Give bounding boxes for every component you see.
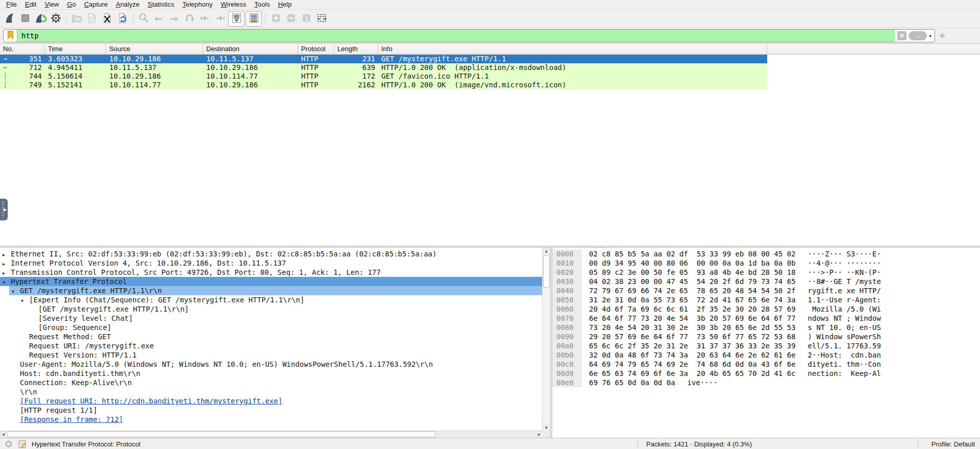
colorize-packets-button[interactable] bbox=[246, 11, 262, 27]
scroll-left-icon[interactable]: ◀ bbox=[0, 431, 7, 437]
display-filter-input[interactable] bbox=[17, 32, 895, 40]
hex-row-0060[interactable]: 006020 4d 6f 7a 69 6c 6c 61 2f 35 2e 30 … bbox=[552, 304, 980, 314]
expand-arrow-icon[interactable]: ▸ bbox=[3, 250, 11, 258]
auto-scroll-button[interactable] bbox=[228, 11, 244, 27]
packet-row-749[interactable]: ┆7495.15214110.10.114.7710.10.29.186HTTP… bbox=[0, 81, 767, 89]
hex-ascii[interactable]: ) Window sPowerSh bbox=[808, 332, 881, 341]
hex-bytes[interactable]: 20 4d 6f 7a 69 6c 6c 61 2f 35 2e 30 20 2… bbox=[589, 304, 796, 314]
detail-line[interactable]: ▸Internet Protocol Version 4, Src: 10.10… bbox=[0, 258, 543, 268]
hex-bytes[interactable]: 69 76 65 0d 0a 0d 0a bbox=[589, 378, 675, 387]
detail-line[interactable]: [Severity level: Chat] bbox=[0, 314, 543, 323]
column-header-source[interactable]: Source bbox=[106, 44, 203, 54]
detail-line[interactable]: [Response in frame: 712] bbox=[0, 415, 543, 424]
hex-bytes[interactable]: 00 d9 34 95 40 00 80 06 00 00 0a 0a 1d b… bbox=[589, 258, 796, 268]
menu-file[interactable]: File bbox=[2, 0, 21, 9]
collapse-arrow-icon[interactable]: ▾ bbox=[12, 287, 20, 295]
hex-row-00b0[interactable]: 00b032 0d 0a 48 6f 73 74 3a 20 63 64 6e … bbox=[552, 350, 980, 360]
menu-help[interactable]: Help bbox=[274, 0, 296, 9]
capture-comment-icon[interactable] bbox=[18, 440, 27, 449]
hex-bytes[interactable]: 32 0d 0a 48 6f 73 74 3a 20 63 64 6e 2e 6… bbox=[589, 350, 796, 360]
hex-ascii[interactable]: ive···· bbox=[688, 378, 718, 387]
hex-row-0030[interactable]: 003004 02 38 23 00 00 47 45 54 20 2f 6d … bbox=[552, 277, 980, 286]
hex-row-0050[interactable]: 005031 2e 31 0d 0a 55 73 65 72 2d 41 67 … bbox=[552, 295, 980, 304]
menu-edit[interactable]: Edit bbox=[21, 0, 40, 9]
detail-line[interactable]: ▾Hypertext Transfer Protocol bbox=[0, 277, 543, 286]
expand-arrow-icon[interactable]: ▸ bbox=[3, 259, 11, 268]
collapse-arrow-icon[interactable]: ▾ bbox=[3, 278, 11, 286]
column-header-protocol[interactable]: Protocol bbox=[298, 44, 334, 54]
detail-line[interactable]: ▾GET /mysterygift.exe HTTP/1.1\r\n bbox=[9, 286, 543, 295]
hex-ascii[interactable]: ndows NT ; Window bbox=[808, 314, 881, 323]
column-header-destination[interactable]: Destination bbox=[203, 44, 298, 54]
column-header-info[interactable]: Info bbox=[378, 44, 767, 54]
hex-ascii[interactable]: s NT 10. 0; en-US bbox=[808, 323, 881, 332]
hex-row-0010[interactable]: 001000 d9 34 95 40 00 80 06 00 00 0a 0a … bbox=[552, 258, 980, 268]
hex-ascii[interactable]: ····Z··· S3····E· bbox=[808, 249, 881, 258]
expand-arrow-icon[interactable]: ▸ bbox=[3, 269, 11, 277]
hex-ascii[interactable]: ell/5.1. 17763.59 bbox=[808, 341, 881, 350]
scroll-down-icon[interactable]: ▼ bbox=[543, 424, 550, 431]
menu-telephony[interactable]: Telephony bbox=[178, 0, 216, 9]
hex-bytes[interactable]: 6e 65 63 74 69 6f 6e 3a 20 4b 65 65 70 2… bbox=[589, 369, 796, 378]
hex-bytes[interactable]: 65 6c 6c 2f 35 2e 31 2e 31 37 37 36 33 2… bbox=[589, 341, 796, 350]
detail-line[interactable]: ▸Transmission Control Protocol, Src Port… bbox=[0, 268, 543, 277]
hex-ascii[interactable]: rygift.e xe HTTP/ bbox=[808, 286, 881, 295]
packet-row-712[interactable]: ←7124.94541110.11.5.13710.10.29.186HTTP6… bbox=[0, 63, 767, 72]
column-header-length[interactable]: Length bbox=[334, 44, 378, 54]
menu-statistics[interactable]: Statistics bbox=[143, 0, 178, 9]
hex-row-0020[interactable]: 002005 89 c2 3e 00 50 fe 05 93 a8 4b 4e … bbox=[552, 268, 980, 277]
detail-line[interactable]: User-Agent: Mozilla/5.0 (Windows NT; Win… bbox=[0, 360, 543, 369]
menu-capture[interactable]: Capture bbox=[80, 0, 112, 9]
detail-link[interactable]: [Full request URI: http://cdn.bandityeti… bbox=[20, 397, 282, 405]
detail-line[interactable]: [GET /mysterygift.exe HTTP/1.1\r\n] bbox=[0, 304, 543, 314]
detail-line[interactable]: Request Version: HTTP/1.1 bbox=[0, 350, 543, 360]
hex-bytes[interactable]: 05 89 c2 3e 00 50 fe 05 93 a8 4b 4e bd 2… bbox=[589, 268, 796, 277]
hex-bytes[interactable]: 72 79 67 69 66 74 2e 65 78 65 20 48 54 5… bbox=[589, 286, 796, 295]
clear-filter-button[interactable]: ✕ bbox=[897, 31, 906, 40]
hex-bytes[interactable]: 6e 64 6f 77 73 20 4e 54 3b 20 57 69 6e 6… bbox=[589, 314, 796, 323]
capture-options-button[interactable] bbox=[48, 12, 63, 26]
menu-tools[interactable]: Tools bbox=[250, 0, 274, 9]
hex-bytes[interactable]: 04 02 38 23 00 00 47 45 54 20 2f 6d 79 7… bbox=[589, 277, 796, 286]
detail-line[interactable]: [Full request URI: http://cdn.bandityeti… bbox=[0, 396, 543, 406]
scroll-up-icon[interactable]: ▲ bbox=[543, 248, 550, 254]
reload-capture-file-button[interactable] bbox=[115, 12, 130, 26]
packet-row-351[interactable]: →3513.60532310.10.29.18610.11.5.137HTTP2… bbox=[0, 55, 767, 63]
hex-bytes[interactable]: 73 20 4e 54 20 31 30 2e 30 3b 20 65 6e 2… bbox=[589, 323, 796, 332]
menu-analyze[interactable]: Analyze bbox=[112, 0, 143, 9]
hex-ascii[interactable]: Mozilla /5.0 (Wi bbox=[808, 304, 881, 314]
hex-ascii[interactable]: ···>·P·· ··KN·(P· bbox=[808, 268, 881, 277]
hex-ascii[interactable]: ··8#··GE T /myste bbox=[808, 277, 881, 286]
hex-row-0070[interactable]: 00706e 64 6f 77 73 20 4e 54 3b 20 57 69 … bbox=[552, 314, 980, 323]
detail-link[interactable]: [Response in frame: 712] bbox=[20, 415, 123, 423]
detail-line[interactable]: [Group: Sequence] bbox=[0, 323, 543, 332]
collapse-arrow-icon[interactable]: ▾ bbox=[21, 296, 29, 304]
hex-row-0000[interactable]: 000002 c8 85 b5 5a aa 02 df 53 33 99 eb … bbox=[552, 249, 980, 258]
hex-row-0090[interactable]: 009029 20 57 69 6e 64 6f 77 73 50 6f 77 … bbox=[552, 332, 980, 341]
hex-bytes[interactable]: 02 c8 85 b5 5a aa 02 df 53 33 99 eb 08 0… bbox=[589, 249, 796, 258]
apply-filter-button[interactable]: → bbox=[909, 31, 927, 40]
hex-row-00d0[interactable]: 00d06e 65 63 74 69 6f 6e 3a 20 4b 65 65 … bbox=[552, 369, 980, 378]
display-filter-field[interactable]: ✕ → ▾ bbox=[3, 29, 935, 42]
hex-ascii[interactable]: 1.1··Use r-Agent: bbox=[808, 295, 881, 304]
hex-row-0040[interactable]: 004072 79 67 69 66 74 2e 65 78 65 20 48 … bbox=[552, 286, 980, 295]
hex-ascii[interactable]: 2··Host: cdn.ban bbox=[808, 350, 881, 360]
filter-bookmark-button[interactable] bbox=[4, 30, 17, 42]
detail-line[interactable]: Host: cdn.bandityeti.thm\r\n bbox=[0, 369, 543, 378]
vscroll-thumb[interactable] bbox=[543, 255, 550, 288]
menu-wireless[interactable]: Wireless bbox=[217, 0, 251, 9]
hex-row-00a0[interactable]: 00a065 6c 6c 2f 35 2e 31 2e 31 37 37 36 … bbox=[552, 341, 980, 350]
restart-capture-button[interactable] bbox=[33, 12, 47, 26]
resize-columns-button[interactable] bbox=[314, 12, 329, 26]
details-vertical-scrollbar[interactable]: ▲ ▼ bbox=[542, 248, 550, 431]
detail-line[interactable]: Connection: Keep-Alive\r\n bbox=[0, 378, 543, 387]
menu-view[interactable]: View bbox=[40, 0, 63, 9]
packet-row-744[interactable]: ┆7445.15061410.10.29.18610.10.114.77HTTP… bbox=[0, 72, 767, 81]
hex-ascii[interactable]: nection: Keep-Al bbox=[808, 369, 881, 378]
detail-line[interactable]: [HTTP request 1/1] bbox=[0, 406, 543, 415]
column-header-no[interactable]: No. bbox=[0, 44, 45, 54]
detail-line[interactable]: Request URI: /mysterygift.exe bbox=[0, 341, 543, 350]
hscroll-thumb[interactable] bbox=[7, 431, 435, 437]
hex-row-00e0[interactable]: 00e069 76 65 0d 0a 0d 0aive···· bbox=[552, 378, 980, 387]
pane-expand-handle[interactable]: ▶ bbox=[0, 199, 8, 220]
